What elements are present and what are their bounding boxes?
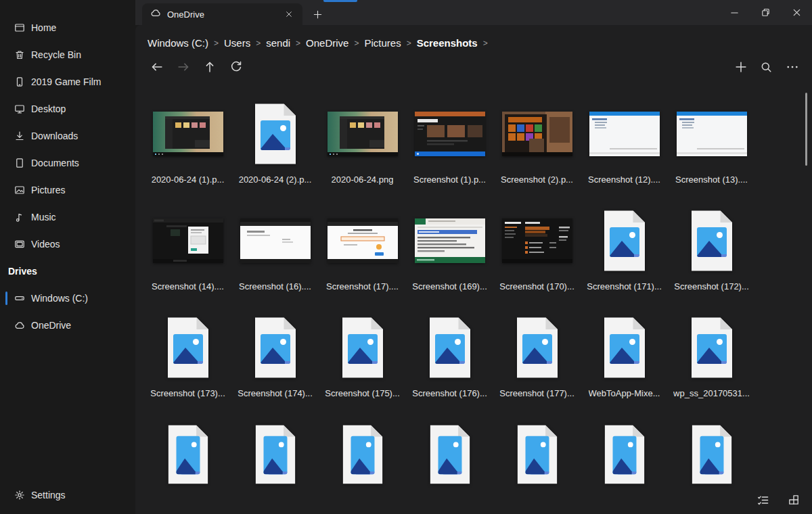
file-name: Screenshot (14)....	[152, 281, 224, 291]
layout-grid-button[interactable]	[784, 490, 804, 510]
file-name: 2020-06-24.png	[332, 174, 394, 185]
sidebar-item-label: OneDrive	[31, 320, 71, 331]
file-item[interactable]: Screenshot (17)....	[319, 203, 406, 310]
minimize-button[interactable]	[719, 0, 750, 25]
file-item[interactable]: Screenshot (173)...	[144, 310, 231, 417]
file-item[interactable]: Screenshot (16)....	[231, 203, 319, 310]
refresh-button[interactable]	[228, 57, 244, 76]
file-name: wp_ss_20170531...	[673, 388, 750, 398]
file-item[interactable]: Screenshot (176)...	[406, 310, 493, 417]
desktop-icon	[14, 103, 25, 115]
file-item[interactable]	[668, 417, 755, 514]
file-item[interactable]	[319, 417, 406, 514]
navigation-toolbar	[149, 57, 244, 76]
breadcrumb-chevron-icon: >	[478, 39, 493, 48]
file-thumbnail	[409, 101, 491, 166]
breadcrumb-segment-onedrive[interactable]: OneDrive	[306, 37, 348, 49]
breadcrumb-chevron-icon: >	[290, 39, 306, 48]
breadcrumb-segment-pictures[interactable]: Pictures	[364, 37, 401, 49]
image-file-icon	[147, 422, 229, 487]
file-thumbnail	[321, 208, 404, 273]
sidebar-item-desktop[interactable]: Desktop	[0, 95, 135, 122]
sidebar-item-label: Pictures	[31, 185, 66, 195]
new-tab-button[interactable]	[308, 5, 327, 23]
file-item[interactable]: Screenshot (1).p...	[406, 96, 493, 203]
sidebar-item-label: Downloads	[31, 131, 78, 141]
sidebar-item-pictures[interactable]: Pictures	[0, 177, 135, 204]
back-button[interactable]	[149, 57, 164, 76]
file-item[interactable]: WebToApp-Mixe...	[581, 310, 668, 417]
vertical-scrollbar[interactable]	[805, 93, 807, 166]
image-file-icon	[671, 315, 753, 380]
file-grid: 2020-06-24 (1).p... 2020-06-24 (2).p... …	[144, 96, 803, 514]
file-item[interactable]	[144, 417, 231, 514]
sidebar-item-home[interactable]: Home	[0, 14, 135, 41]
add-button[interactable]	[733, 57, 748, 76]
sidebar-item-documents[interactable]: Documents	[0, 149, 135, 177]
sidebar: HomeRecycle Bin2019 Game FilmDesktopDown…	[0, 0, 135, 514]
file-item[interactable]	[493, 417, 581, 514]
file-item[interactable]	[406, 417, 493, 514]
file-name: Screenshot (169)...	[412, 281, 487, 291]
file-name: Screenshot (1).p...	[413, 174, 486, 185]
sidebar-item-videos[interactable]: Videos	[0, 231, 135, 258]
file-item[interactable]: wp_ss_20170531...	[668, 310, 755, 417]
close-tab-icon[interactable]	[281, 6, 297, 22]
videos-icon	[14, 239, 25, 250]
file-item[interactable]: Screenshot (174)...	[231, 310, 319, 417]
file-item[interactable]: Screenshot (14)....	[144, 203, 231, 310]
files-app-window: HomeRecycle Bin2019 Game FilmDesktopDown…	[0, 0, 812, 514]
breadcrumb-segment-screenshots[interactable]: Screenshots	[417, 37, 478, 49]
sidebar-item-label: Videos	[31, 239, 60, 250]
list-check-button[interactable]	[752, 490, 773, 510]
file-item[interactable]: 2020-06-24 (2).p...	[231, 96, 319, 203]
sidebar-item-label: Windows (C:)	[31, 293, 88, 304]
content-pane: Windows (C:)>Users>sendi>OneDrive>Pictur…	[135, 25, 812, 514]
more-button[interactable]	[784, 57, 800, 76]
file-item[interactable]: Screenshot (172)...	[668, 203, 755, 310]
sidebar-item-downloads[interactable]: Downloads	[0, 122, 135, 149]
sidebar-item-recycle-bin[interactable]: Recycle Bin	[0, 41, 135, 68]
sidebar-item-windows-c[interactable]: Windows (C:)	[0, 285, 135, 312]
file-item[interactable]: Screenshot (169)...	[406, 203, 493, 310]
file-item[interactable]: 2020-06-24.png	[319, 96, 406, 203]
file-item[interactable]: Screenshot (170)...	[493, 203, 581, 310]
search-button[interactable]	[759, 57, 774, 76]
sidebar-section-drives: Drives	[0, 258, 135, 285]
sidebar-item-2019-game-film[interactable]: 2019 Game Film	[0, 68, 135, 95]
forward-button[interactable]	[175, 57, 191, 76]
mobile-device-icon	[14, 76, 25, 88]
file-name: Screenshot (17)....	[326, 281, 399, 291]
file-thumbnail	[671, 101, 753, 166]
file-item[interactable]: Screenshot (175)...	[319, 310, 406, 417]
image-file-icon	[671, 422, 753, 487]
sidebar-item-onedrive[interactable]: OneDrive	[0, 312, 135, 339]
file-item[interactable]	[581, 417, 668, 514]
tab-onedrive[interactable]: OneDrive	[142, 3, 302, 25]
breadcrumb-chevron-icon: >	[208, 39, 224, 48]
tab-bar: OneDrive	[135, 0, 812, 25]
image-file-icon	[234, 422, 317, 487]
breadcrumb-segment-users[interactable]: Users	[224, 37, 250, 49]
file-name: Screenshot (16)....	[239, 281, 311, 291]
file-item[interactable]: Screenshot (177)...	[493, 310, 581, 417]
file-name: Screenshot (171)...	[587, 281, 662, 291]
restore-button[interactable]	[750, 0, 781, 25]
close-button[interactable]	[781, 0, 812, 25]
file-item[interactable]: 2020-06-24 (1).p...	[144, 96, 231, 203]
sidebar-item-settings[interactable]: Settings	[0, 482, 135, 509]
image-file-icon	[583, 422, 666, 487]
breadcrumb-segment-sendi[interactable]: sendi	[266, 37, 290, 49]
file-thumbnail	[496, 101, 579, 166]
file-item[interactable]: Screenshot (171)...	[581, 203, 668, 310]
file-item[interactable]: Screenshot (12)....	[581, 96, 668, 203]
image-file-icon	[409, 422, 491, 487]
file-item[interactable]	[231, 417, 319, 514]
breadcrumb-segment-windows-c[interactable]: Windows (C:)	[148, 37, 208, 49]
up-button[interactable]	[202, 57, 217, 76]
file-name: Screenshot (175)...	[325, 388, 400, 398]
image-file-icon	[321, 315, 404, 380]
file-item[interactable]: Screenshot (2).p...	[493, 96, 581, 203]
sidebar-item-music[interactable]: Music	[0, 204, 135, 231]
file-item[interactable]: Screenshot (13)....	[668, 96, 755, 203]
